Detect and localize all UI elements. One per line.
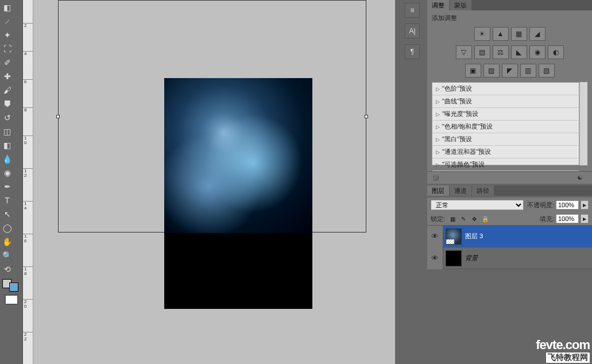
transform-handle-left[interactable] xyxy=(56,115,60,118)
visibility-eye-icon[interactable]: 👁 xyxy=(431,254,439,262)
layer-name[interactable]: 图层 3 xyxy=(465,232,483,241)
canvas-workspace: 2 4 6 8 10 12 14 16 18 20 22 24 26 28 30 xyxy=(23,0,395,364)
tool-lasso[interactable]: ⟋ xyxy=(1,14,14,28)
adj-curves-icon[interactable]: ▦ xyxy=(511,27,527,41)
layer-row[interactable]: 👁 背景 xyxy=(427,247,592,269)
opacity-flyout-arrow-icon[interactable]: ▶ xyxy=(581,200,589,210)
tool-gradient[interactable]: ◧ xyxy=(1,138,14,152)
adj-posterize-icon[interactable]: ▨ xyxy=(483,64,500,78)
preset-scrollbar[interactable] xyxy=(579,82,587,165)
layer-thumbnail[interactable] xyxy=(446,229,462,245)
adj-gradient-map-icon[interactable]: ▥ xyxy=(520,64,536,78)
vtab-character-icon[interactable]: A| xyxy=(405,24,420,38)
preset-exposure[interactable]: ▷"曝光度"预设 xyxy=(432,108,579,121)
adj-hue-icon[interactable]: ▤ xyxy=(474,45,490,59)
tool-path-select[interactable]: ↖ xyxy=(1,207,14,220)
preset-curves[interactable]: ▷"曲线"预设 xyxy=(432,95,579,108)
adj-vibrance-icon[interactable]: ▽ xyxy=(456,45,472,59)
tool-rotate-view[interactable]: ⟲ xyxy=(1,262,14,276)
layer-row[interactable]: 👁 图层 3 xyxy=(427,226,592,247)
tool-eyedropper[interactable]: ✐ xyxy=(1,56,14,69)
footer-icon-right[interactable]: ☯ xyxy=(577,174,586,182)
layers-panel-tabs: 图层 通道 路径 xyxy=(427,185,592,196)
layer-name[interactable]: 背景 xyxy=(465,254,478,262)
visibility-eye-icon[interactable]: 👁 xyxy=(431,232,439,241)
tool-pen[interactable]: ✒ xyxy=(1,180,14,193)
watermark-url: fevte.com xyxy=(536,338,590,353)
preset-levels[interactable]: ▷"色阶"预设 xyxy=(432,83,579,95)
adj-invert-icon[interactable]: ▣ xyxy=(465,64,481,78)
tool-crop[interactable]: ⛶ xyxy=(1,42,14,55)
watermark: fevte.com 飞特教程网 xyxy=(536,338,590,363)
adj-threshold-icon[interactable]: ◤ xyxy=(502,64,518,78)
transform-handle-right[interactable] xyxy=(365,115,368,118)
blend-mode-select[interactable]: 正常 xyxy=(431,200,524,210)
opacity-input[interactable] xyxy=(556,200,579,210)
tool-type[interactable]: T xyxy=(1,193,14,207)
preset-selective-color[interactable]: ▷"可选颜色"预设 xyxy=(432,158,579,171)
adj-photo-filter-icon[interactable]: ◉ xyxy=(529,45,545,59)
fill-label: 填充: xyxy=(540,215,554,223)
lock-all-icon[interactable]: 🔒 xyxy=(481,214,490,223)
vtab-paragraph-icon[interactable]: ¶ xyxy=(405,44,420,59)
tool-history-brush[interactable]: ↺ xyxy=(1,111,14,124)
adj-brightness-icon[interactable]: ☀ xyxy=(474,27,490,41)
footer-icon-left[interactable]: ◲ xyxy=(433,174,442,182)
tab-paths[interactable]: 路径 xyxy=(472,185,494,196)
adj-levels-icon[interactable]: ▲ xyxy=(493,27,509,41)
tool-zoom[interactable]: 🔍 xyxy=(1,249,14,262)
adj-bw-icon[interactable]: ◣ xyxy=(511,45,527,59)
adj-selective-color-icon[interactable]: ▧ xyxy=(539,64,555,78)
color-swatches[interactable] xyxy=(2,279,22,292)
fill-flyout-arrow-icon[interactable]: ▶ xyxy=(581,214,589,223)
adj-channel-mixer-icon[interactable]: ◐ xyxy=(548,45,564,59)
tool-wand[interactable]: ✦ xyxy=(1,28,14,41)
adjustments-panel-tabs: 调整 蒙版 xyxy=(427,0,592,10)
tab-adjustments[interactable]: 调整 xyxy=(427,0,450,10)
collapsed-panel-tabs: ≡ A| ¶ xyxy=(401,0,424,59)
lock-label: 锁定: xyxy=(431,215,445,223)
vertical-ruler: 2 4 6 8 10 12 14 16 18 20 22 24 26 28 30 xyxy=(23,0,33,364)
tool-shape[interactable]: ◯ xyxy=(1,221,14,234)
preset-hue-sat[interactable]: ▷"色相/饱和度"预设 xyxy=(432,121,579,133)
tab-layers[interactable]: 图层 xyxy=(427,185,450,196)
adj-color-balance-icon[interactable]: ⚖ xyxy=(493,45,509,59)
quick-mask-icon[interactable] xyxy=(5,295,18,305)
tool-hand[interactable]: ✋ xyxy=(1,235,14,248)
right-panels-column: ≡ A| ¶ 调整 蒙版 添加调整 ☀ ▲ ▦ ◢ ▽ ▤ ⚖ ◣ ◉ ◐ xyxy=(395,0,592,364)
tool-stamp[interactable]: ⛊ xyxy=(1,97,14,110)
add-adjustment-label: 添加调整 xyxy=(432,14,587,22)
layer-thumbnail[interactable] xyxy=(446,250,462,266)
opacity-label: 不透明度: xyxy=(527,201,554,210)
watermark-site-name: 飞特教程网 xyxy=(546,353,590,363)
fill-input[interactable] xyxy=(556,214,579,223)
tool-heal[interactable]: ✚ xyxy=(1,69,14,83)
expand-arrow-icon: ▷ xyxy=(436,86,440,92)
background-color[interactable] xyxy=(9,282,18,292)
tab-channels[interactable]: 通道 xyxy=(450,185,472,196)
adjustments-panel-footer: ◲ ☯ xyxy=(427,171,592,184)
tools-toolbar: ◧ ⟋ ✦ ⛶ ✐ ✚ 🖌 ⛊ ↺ ◫ ◧ 💧 ◉ ✒ T ↖ ◯ ✋ 🔍 ⟲ xyxy=(0,0,23,364)
tool-rect-marquee[interactable]: ◧ xyxy=(1,1,14,14)
document-canvas xyxy=(164,78,312,309)
layers-panel: 正常 不透明度: ▶ 锁定: ▦ ✎ ✥ 🔒 填充: ▶ xyxy=(427,198,592,269)
ruler-tick: 2 xyxy=(23,23,33,28)
panels-stack: 调整 蒙版 添加调整 ☀ ▲ ▦ ◢ ▽ ▤ ⚖ ◣ ◉ ◐ ▣ ▨ ◤ xyxy=(427,0,592,269)
tool-dodge[interactable]: ◉ xyxy=(1,166,14,179)
background-layer-content xyxy=(164,233,312,309)
canvas-area[interactable] xyxy=(56,0,418,364)
preset-channel-mixer[interactable]: ▷"通道混和器"预设 xyxy=(432,146,579,158)
preset-list: ▷"色阶"预设 ▷"曲线"预设 ▷"曝光度"预设 ▷"色相/饱和度"预设 ▷"黑… xyxy=(432,82,579,165)
tool-eraser[interactable]: ◫ xyxy=(1,125,14,138)
preset-bw[interactable]: ▷"黑白"预设 xyxy=(432,133,579,146)
lock-position-icon[interactable]: ✥ xyxy=(470,214,479,223)
vtab-collapsed-1[interactable]: ≡ xyxy=(405,3,420,18)
adjustments-panel: 添加调整 ☀ ▲ ▦ ◢ ▽ ▤ ⚖ ◣ ◉ ◐ ▣ ▨ ◤ ▥ ▧ xyxy=(427,10,592,171)
lock-pixels-icon[interactable]: ✎ xyxy=(459,214,468,223)
lock-transparency-icon[interactable]: ▦ xyxy=(448,214,457,223)
tab-masks[interactable]: 蒙版 xyxy=(450,0,472,10)
tool-blur[interactable]: 💧 xyxy=(1,152,14,165)
adj-exposure-icon[interactable]: ◢ xyxy=(529,27,545,41)
layer-list: 👁 图层 3 👁 背景 xyxy=(427,225,592,269)
tool-brush[interactable]: 🖌 xyxy=(1,83,14,96)
